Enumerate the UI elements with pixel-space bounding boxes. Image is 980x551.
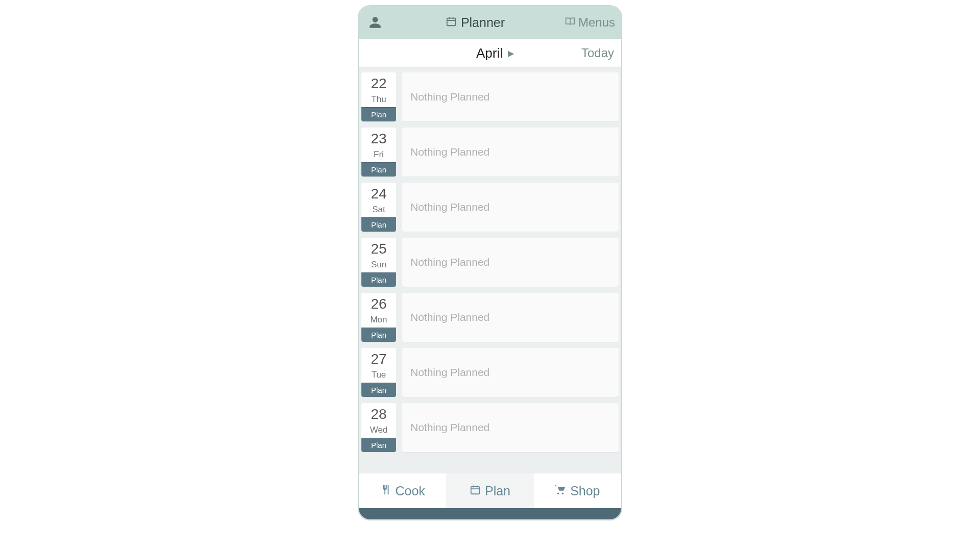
- day-cell: 27 Tue Plan: [361, 348, 396, 397]
- day-content[interactable]: Nothing Planned: [402, 183, 619, 232]
- plan-button[interactable]: Plan: [361, 438, 396, 452]
- day-name: Mon: [370, 315, 387, 325]
- page-title-text: Planner: [461, 15, 505, 30]
- profile-icon[interactable]: [365, 16, 385, 29]
- menus-label: Menus: [578, 15, 615, 30]
- plan-button[interactable]: Plan: [361, 107, 396, 121]
- day-row: 24 Sat Plan Nothing Planned: [361, 183, 619, 232]
- plan-button[interactable]: Plan: [361, 383, 396, 397]
- tab-shop[interactable]: Shop: [534, 473, 621, 508]
- book-icon: [565, 15, 575, 30]
- tab-shop-label: Shop: [570, 484, 600, 498]
- month-label: April: [476, 45, 503, 61]
- calendar-icon: [470, 484, 481, 498]
- month-selector[interactable]: April ▶: [476, 45, 514, 61]
- day-number: 28: [371, 407, 386, 421]
- days-list: 22 Thu Plan Nothing Planned 23 Fri Plan …: [359, 68, 621, 479]
- plan-button[interactable]: Plan: [361, 217, 396, 232]
- today-button[interactable]: Today: [581, 46, 614, 60]
- day-number: 26: [371, 297, 386, 311]
- calendar-icon: [446, 15, 457, 30]
- nothing-planned-text: Nothing Planned: [410, 366, 489, 379]
- day-number: 27: [371, 352, 386, 366]
- day-number: 22: [371, 77, 386, 91]
- app-frame: Planner Menus April ▶ Today 22 Thu Plan …: [358, 5, 622, 520]
- utensils-icon: [380, 484, 391, 498]
- nothing-planned-text: Nothing Planned: [410, 421, 489, 434]
- nav-tabs: Cook Plan Shop: [359, 473, 621, 508]
- day-cell: 23 Fri Plan: [361, 128, 396, 177]
- plan-button[interactable]: Plan: [361, 328, 396, 342]
- cart-icon: [555, 484, 566, 498]
- day-row: 25 Sun Plan Nothing Planned: [361, 238, 619, 287]
- day-row: 22 Thu Plan Nothing Planned: [361, 72, 619, 121]
- nothing-planned-text: Nothing Planned: [410, 311, 489, 323]
- nothing-planned-text: Nothing Planned: [410, 256, 489, 268]
- menus-link[interactable]: Menus: [565, 15, 615, 30]
- month-bar: April ▶ Today: [359, 39, 621, 68]
- page-title: Planner: [446, 15, 505, 30]
- day-row: 28 Wed Plan Nothing Planned: [361, 403, 619, 452]
- bottom-nav: Cook Plan Shop: [359, 479, 621, 519]
- tab-plan-label: Plan: [485, 484, 510, 498]
- day-name: Thu: [371, 94, 386, 105]
- day-content[interactable]: Nothing Planned: [402, 72, 619, 121]
- day-cell: 25 Sun Plan: [361, 238, 396, 287]
- day-content[interactable]: Nothing Planned: [402, 128, 619, 177]
- day-number: 23: [371, 132, 386, 146]
- day-row: 23 Fri Plan Nothing Planned: [361, 128, 619, 177]
- header-bar: Planner Menus: [359, 6, 621, 39]
- day-cell: 24 Sat Plan: [361, 183, 396, 232]
- day-name: Tue: [372, 370, 386, 380]
- tab-plan[interactable]: Plan: [446, 473, 533, 508]
- day-row: 27 Tue Plan Nothing Planned: [361, 348, 619, 397]
- day-content[interactable]: Nothing Planned: [402, 348, 619, 397]
- day-cell: 28 Wed Plan: [361, 403, 396, 452]
- day-row: 26 Mon Plan Nothing Planned: [361, 293, 619, 342]
- day-cell: 26 Mon Plan: [361, 293, 396, 342]
- plan-button[interactable]: Plan: [361, 162, 396, 177]
- day-content[interactable]: Nothing Planned: [402, 238, 619, 287]
- plan-button[interactable]: Plan: [361, 272, 396, 287]
- day-name: Fri: [374, 149, 384, 160]
- day-number: 24: [371, 187, 386, 201]
- day-name: Sun: [371, 260, 386, 270]
- day-cell: 22 Thu Plan: [361, 72, 396, 121]
- svg-rect-4: [471, 486, 480, 494]
- tab-cook[interactable]: Cook: [359, 473, 446, 508]
- nothing-planned-text: Nothing Planned: [410, 146, 489, 158]
- day-name: Wed: [370, 425, 388, 435]
- nothing-planned-text: Nothing Planned: [410, 201, 489, 213]
- day-number: 25: [371, 242, 386, 256]
- day-content[interactable]: Nothing Planned: [402, 403, 619, 452]
- nothing-planned-text: Nothing Planned: [410, 91, 489, 103]
- tab-cook-label: Cook: [395, 484, 425, 498]
- day-name: Sat: [372, 205, 385, 215]
- day-content[interactable]: Nothing Planned: [402, 293, 619, 342]
- svg-rect-0: [447, 18, 456, 26]
- chevron-right-icon: ▶: [508, 48, 514, 58]
